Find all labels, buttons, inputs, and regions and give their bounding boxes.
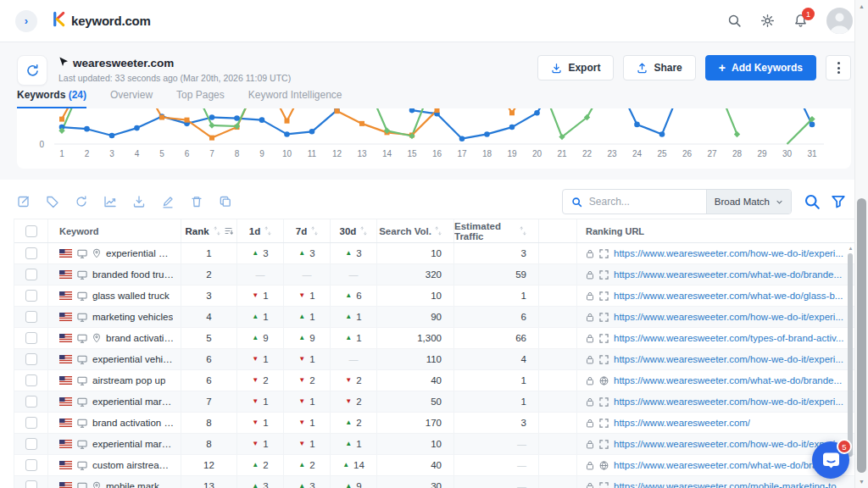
lock-icon[interactable] [586,249,594,258]
submit-search-button[interactable] [804,193,821,210]
sidebar-expand-button[interactable]: › [15,10,37,32]
keyword-text[interactable]: mobile marketing tours [106,481,174,488]
expand-icon[interactable] [599,313,609,322]
download-icon[interactable] [132,195,147,209]
globe-icon[interactable] [599,376,609,385]
ranking-url-link[interactable]: https://www.wearesweeter.com/how-we-do-i… [614,396,843,407]
expand-icon[interactable] [599,270,609,280]
app-logo[interactable]: keyword.com [51,11,151,30]
ranking-url-link[interactable]: https://www.wearesweeter.com/what-we-do/… [614,291,843,301]
tag-icon[interactable] [46,195,60,209]
lock-icon[interactable] [586,376,594,385]
scroll-down-arrow[interactable]: ▼ [855,479,868,485]
lock-icon[interactable] [586,461,594,470]
global-search-icon[interactable] [727,14,742,28]
copy-icon[interactable] [219,195,233,209]
col-header-search-vol[interactable]: Search Vol. [377,219,454,242]
lock-icon[interactable] [586,440,594,449]
row-checkbox[interactable] [25,311,37,323]
more-options-button[interactable] [826,55,851,80]
ranking-url-link[interactable]: https://www.wearesweeter.com/mobile-mark… [614,481,844,488]
keyword-text[interactable]: experiential marketing v... [92,396,174,407]
tab-overview[interactable]: Overview [110,89,153,108]
add-keywords-button[interactable]: + Add Keywords [705,55,816,80]
match-type-dropdown[interactable]: Broad Match [706,190,791,214]
globe-icon[interactable] [599,461,609,470]
chat-launcher-button[interactable]: 5 [812,441,849,479]
col-header-7d[interactable]: 7d [284,219,331,242]
ranking-url-link[interactable]: https://www.wearesweeter.com/what-we-do/… [614,460,842,470]
ranking-url-link[interactable]: https://www.wearesweeter.com/how-we-do-i… [614,354,843,364]
keyword-text[interactable]: custom airstream trailers [92,460,174,470]
row-checkbox[interactable] [25,374,37,386]
lock-icon[interactable] [586,397,594,407]
keyword-text[interactable]: experiential vehicles [92,354,174,364]
notifications-bell-icon[interactable]: 1 [793,14,808,28]
select-all-checkbox[interactable] [25,225,37,237]
ranking-url-link[interactable]: https://www.wearesweeter.com/how-we-do-i… [614,439,843,449]
ranking-url-link[interactable]: https://www.wearesweeter.com/types-of-br… [614,333,843,343]
keyword-text[interactable]: airstream pop up [92,375,165,385]
row-checkbox[interactable] [25,438,37,450]
ranking-url-link[interactable]: https://www.wearesweeter.com/how-we-do-i… [614,248,843,258]
lock-icon[interactable] [586,291,594,301]
table-scrollbar-thumb[interactable] [848,253,853,457]
edit-square-icon[interactable] [17,195,31,209]
chart-line-icon[interactable] [103,195,118,209]
row-checkbox[interactable] [25,480,37,488]
col-header-rank[interactable]: Rank [181,219,237,242]
keyword-text[interactable]: branded food trucks [92,269,174,280]
trash-icon[interactable] [190,195,204,209]
ranking-url-link[interactable]: https://www.wearesweeter.com/how-we-do-i… [614,312,843,322]
lock-icon[interactable] [586,419,594,428]
col-header-keyword[interactable]: Keyword [48,219,181,242]
window-scrollbar[interactable]: ▲ ▼ [854,0,868,488]
settings-gear-icon[interactable] [760,14,775,28]
tab-keyword-intelligence[interactable]: Keyword Intelligence [248,89,342,108]
window-scrollbar-thumb[interactable] [857,198,866,473]
col-header-30d[interactable]: 30d [331,219,377,242]
search-input[interactable] [589,196,698,208]
ranking-url-link[interactable]: https://www.wearesweeter.com/ [614,418,750,428]
row-checkbox[interactable] [25,459,37,471]
expand-icon[interactable] [599,291,609,301]
refresh-button[interactable] [17,55,47,86]
expand-icon[interactable] [599,249,609,258]
expand-icon[interactable] [599,355,609,364]
user-avatar[interactable] [826,8,853,34]
col-header-est-traffic[interactable]: Estimated Traffic [454,219,539,242]
lock-icon[interactable] [586,270,594,280]
keyword-text[interactable]: brand activation compa... [92,418,174,428]
keyword-text[interactable]: experiential marketin... [106,248,174,258]
share-button[interactable]: Share [623,55,695,80]
expand-icon[interactable] [599,440,609,449]
lock-icon[interactable] [586,355,594,364]
row-checkbox[interactable] [25,332,37,344]
expand-icon[interactable] [599,334,609,343]
table-scroll-up-arrow[interactable]: ▲ [847,246,854,251]
row-checkbox[interactable] [25,396,37,408]
lock-icon[interactable] [586,334,594,343]
keyword-text[interactable]: experiential marketing t... [92,439,174,449]
keyword-text[interactable]: brand activations [106,333,174,343]
row-checkbox[interactable] [25,290,37,302]
col-header-ranking-url[interactable]: Ranking URL [577,219,854,242]
row-checkbox[interactable] [25,247,37,259]
lock-icon[interactable] [586,482,594,488]
expand-icon[interactable] [599,419,609,428]
filter-funnel-button[interactable] [831,194,846,209]
tab-top-pages[interactable]: Top Pages [176,89,225,108]
project-domain[interactable]: wearesweeter.com [73,57,174,69]
expand-icon[interactable] [599,397,609,407]
ranking-url-link[interactable]: https://www.wearesweeter.com/what-we-do/… [614,375,842,385]
row-checkbox[interactable] [25,353,37,365]
refresh-icon[interactable] [75,195,89,209]
scroll-up-arrow[interactable]: ▲ [855,3,868,9]
pen-icon[interactable] [161,195,175,209]
keyword-text[interactable]: marketing vehicles [92,312,173,322]
col-header-1d[interactable]: 1d [237,219,284,242]
export-button[interactable]: Export [537,55,614,80]
keyword-text[interactable]: glass walled truck [92,291,170,301]
tab-keywords[interactable]: Keywords (24) [17,89,86,108]
row-checkbox[interactable] [25,417,37,429]
